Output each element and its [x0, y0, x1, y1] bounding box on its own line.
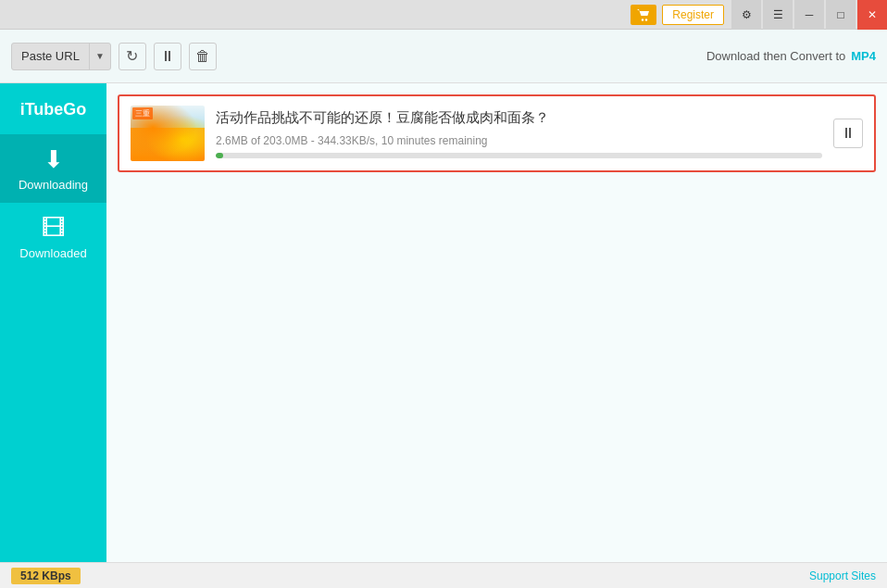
sidebar: iTubeGo ⬇ Downloading 🎞 Downloaded	[0, 83, 106, 562]
sidebar-item-downloaded[interactable]: 🎞 Downloaded	[0, 203, 106, 271]
thumbnail: 三重	[131, 106, 205, 161]
film-icon: 🎞	[42, 214, 66, 243]
settings-button[interactable]: ⚙	[731, 0, 761, 30]
refresh-button[interactable]: ↻	[119, 43, 146, 70]
status-bar: 512 KBps Support Sites	[0, 562, 887, 588]
sidebar-item-downloading-label: Downloading	[19, 178, 88, 192]
menu-button[interactable]: ☰	[763, 0, 793, 30]
cart-button[interactable]	[631, 5, 656, 25]
download-card: 三重 活动作品挑战不可能的还原！豆腐能否做成肉和面条？ 2.6MB of 203…	[118, 94, 876, 172]
paste-url-label: Paste URL	[12, 44, 90, 69]
logo: iTubeGo	[20, 93, 87, 134]
sidebar-item-downloading[interactable]: ⬇ Downloading	[0, 134, 106, 203]
minimize-button[interactable]: ─	[794, 0, 824, 30]
register-button[interactable]: Register	[662, 5, 724, 25]
download-info: 活动作品挑战不可能的还原！豆腐能否做成肉和面条？ 2.6MB of 203.0M…	[216, 109, 822, 158]
download-meta: 2.6MB of 203.0MB - 344.33KB/s, 10 minute…	[216, 134, 822, 147]
download-icon: ⬇	[44, 145, 64, 174]
download-title: 活动作品挑战不可能的还原！豆腐能否做成肉和面条？	[216, 109, 822, 127]
main-layout: iTubeGo ⬇ Downloading 🎞 Downloaded 三重 活动…	[0, 83, 887, 562]
thumb-label: 三重	[132, 107, 153, 119]
close-button[interactable]: ✕	[857, 0, 887, 30]
pause-download-button[interactable]: ⏸	[833, 119, 863, 148]
svg-point-0	[642, 19, 643, 20]
format-link[interactable]: MP4	[851, 49, 876, 63]
title-bar-buttons: Register ⚙ ☰ ─ □ ✕	[631, 0, 887, 30]
paste-url-button[interactable]: Paste URL ▼	[11, 43, 111, 70]
title-bar: Register ⚙ ☰ ─ □ ✕	[0, 0, 887, 30]
content-area: 三重 活动作品挑战不可能的还原！豆腐能否做成肉和面条？ 2.6MB of 203…	[106, 83, 887, 562]
speed-badge: 512 KBps	[11, 568, 81, 584]
sidebar-item-downloaded-label: Downloaded	[19, 246, 86, 260]
progress-bar-fill	[216, 153, 223, 158]
delete-button[interactable]: 🗑	[189, 43, 217, 70]
convert-label: Download then Convert to	[706, 49, 845, 63]
progress-bar-container	[216, 153, 822, 158]
pause-all-button[interactable]: ⏸	[154, 43, 181, 70]
toolbar: Paste URL ▼ ↻ ⏸ 🗑 Download then Convert …	[0, 30, 887, 83]
paste-url-arrow: ▼	[90, 44, 110, 69]
toolbar-right: Download then Convert to MP4	[706, 49, 876, 63]
maximize-button[interactable]: □	[826, 0, 856, 30]
support-sites-link[interactable]: Support Sites	[809, 569, 876, 582]
svg-point-1	[645, 19, 647, 20]
